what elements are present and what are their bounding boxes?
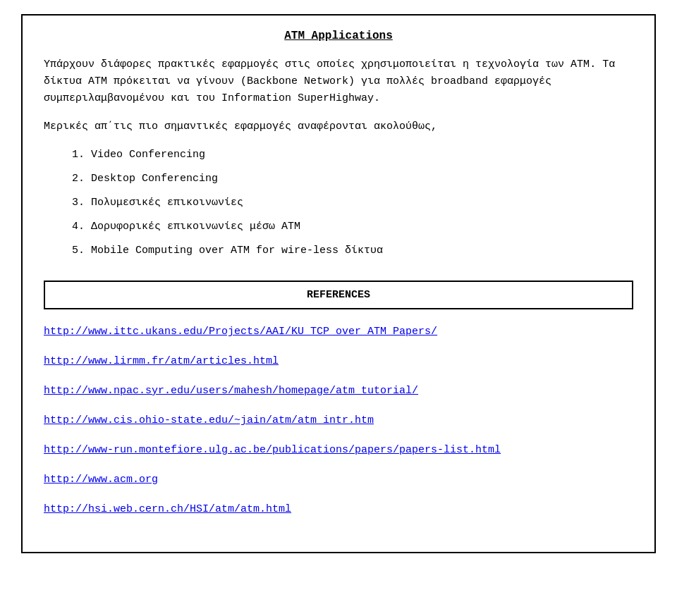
reference-link[interactable]: http://hsi.web.cern.ch/HSI/atm/atm.html	[44, 501, 633, 518]
list-text: Mobile Computing over ATM for wire-less …	[91, 245, 383, 257]
list-item: 1. Video Conferencing	[72, 147, 633, 164]
references-section: http://www.ittc.ukans.edu/Projects/AAI/K…	[44, 324, 633, 518]
list-number: 1.	[72, 149, 85, 161]
list-text: Desktop Conferencing	[91, 173, 218, 185]
reference-link[interactable]: http://www.npac.syr.edu/users/mahesh/hom…	[44, 383, 633, 400]
list-number: 4.	[72, 221, 85, 233]
intro-paragraph-2: Μερικές απ΄τις πιο σημαντικές εφαρμογές …	[44, 118, 633, 135]
reference-link[interactable]: http://www.acm.org	[44, 472, 633, 488]
reference-link[interactable]: http://www.ittc.ukans.edu/Projects/AAI/K…	[44, 324, 633, 340]
references-header: REFERENCES	[44, 281, 633, 309]
list-number: 3.	[72, 197, 85, 209]
list-text: Video Conferencing	[91, 149, 205, 161]
list-number: 2.	[72, 173, 85, 185]
reference-link[interactable]: http://www.lirmm.fr/atm/articles.html	[44, 353, 633, 370]
list-text: Πολυμεσικές επικοινωνίες	[91, 197, 243, 209]
intro-paragraph-1: Υπάρχουν διάφορες πρακτικές εφαρμογές στ…	[44, 56, 633, 107]
list-number: 5.	[72, 245, 85, 257]
list-item: 3. Πολυμεσικές επικοινωνίες	[72, 195, 633, 211]
page-container: ATM Applications Υπάρχουν διάφορες πρακτ…	[21, 14, 656, 553]
list-item: 2. Desktop Conferencing	[72, 171, 633, 187]
reference-link[interactable]: http://www-run.montefiore.ulg.ac.be/publ…	[44, 442, 633, 459]
page-title: ATM Applications	[44, 30, 633, 42]
list-text: Δορυφορικές επικοινωνίες μέσω ΑΤΜ	[91, 221, 300, 233]
applications-list: 1. Video Conferencing 2. Desktop Confere…	[72, 147, 633, 259]
list-item: 4. Δορυφορικές επικοινωνίες μέσω ΑΤΜ	[72, 218, 633, 235]
list-item: 5. Mobile Computing over ATM for wire-le…	[72, 242, 633, 259]
reference-link[interactable]: http://www.cis.ohio-state.edu/~jain/atm/…	[44, 412, 633, 429]
